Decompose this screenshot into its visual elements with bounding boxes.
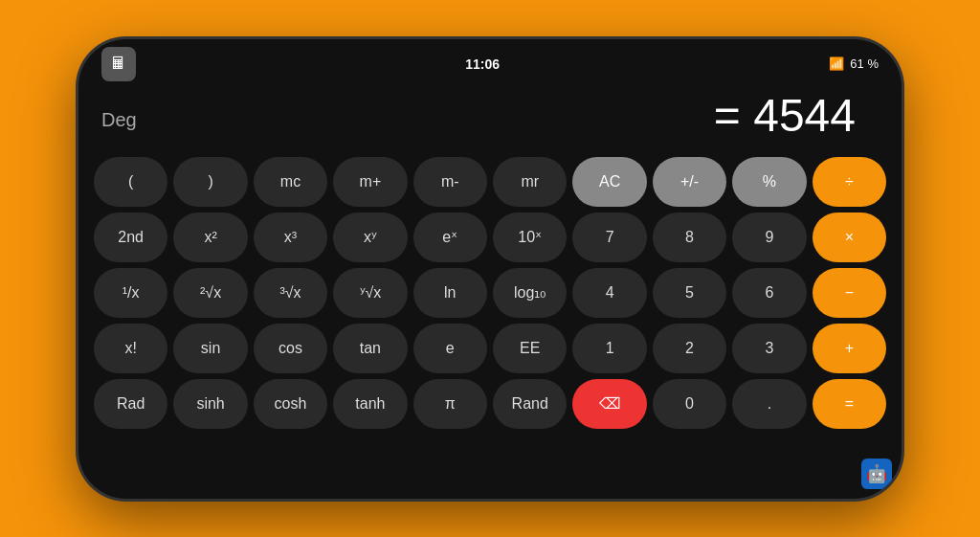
status-bar: 🖩 11:06 📶 61 %: [78, 39, 902, 85]
calc-btn-x-[interactable]: xʸ: [333, 213, 407, 262]
button-row-2: ¹/x²√x³√xʸ√xlnlog₁₀456−: [94, 268, 886, 318]
button-row-1: 2ndx²x³xʸeˣ10ˣ789×: [94, 213, 886, 262]
calc-btn--[interactable]: −: [813, 268, 886, 318]
calc-btn-x-[interactable]: x²: [173, 213, 247, 262]
calc-btn--[interactable]: =: [813, 379, 886, 429]
calc-btn---x[interactable]: ¹/x: [94, 268, 167, 318]
calc-btn---x[interactable]: ʸ√x: [333, 268, 407, 318]
calc-btn-mc[interactable]: mc: [254, 157, 327, 207]
result-display: = 4544: [691, 89, 879, 151]
corner-android-icon: 🤖: [861, 459, 892, 489]
battery-display: 61 %: [850, 56, 879, 71]
app-icon: 🖩: [101, 47, 136, 81]
calc-btn-sin[interactable]: sin: [173, 324, 247, 373]
calc-btn-cos[interactable]: cos: [254, 324, 327, 373]
calc-btn---x[interactable]: ³√x: [254, 268, 327, 318]
button-row-4: RadsinhcoshtanhπRand⌫0.=: [94, 379, 886, 429]
calc-btn--[interactable]: ⌫: [572, 379, 646, 429]
calc-btn-Rad[interactable]: Rad: [94, 379, 167, 429]
calc-btn-AC[interactable]: AC: [572, 157, 646, 207]
calc-btn-6[interactable]: 6: [732, 268, 806, 318]
status-right: 📶 61 %: [829, 56, 879, 71]
calc-btn-7[interactable]: 7: [572, 213, 646, 262]
time-display: 11:06: [465, 56, 500, 72]
wifi-icon: 📶: [829, 56, 844, 71]
calculator-body: ()mcm+m-mrAC+/-%÷2ndx²x³xʸeˣ10ˣ789×¹/x²√…: [78, 153, 902, 440]
calc-btn-sinh[interactable]: sinh: [173, 379, 247, 429]
calc-btn-Rand[interactable]: Rand: [493, 379, 567, 429]
calc-btn-10-[interactable]: 10ˣ: [493, 213, 567, 262]
button-row-0: ()mcm+m-mrAC+/-%÷: [94, 157, 886, 207]
calc-btn-e[interactable]: e: [413, 324, 487, 373]
calc-btn-e-[interactable]: eˣ: [413, 213, 487, 262]
button-row-3: x!sincostaneEE123+: [94, 324, 886, 373]
calc-btn-8[interactable]: 8: [653, 213, 726, 262]
calc-btn-3[interactable]: 3: [732, 324, 806, 373]
calc-btn-cosh[interactable]: cosh: [254, 379, 327, 429]
calc-btn-2nd[interactable]: 2nd: [94, 213, 167, 262]
mode-label: Deg: [101, 109, 137, 131]
calc-btn----[interactable]: +/-: [653, 157, 726, 207]
calc-btn-m-[interactable]: m+: [333, 157, 407, 207]
calc-btn-9[interactable]: 9: [732, 213, 806, 262]
calc-btn--[interactable]: ): [173, 157, 247, 207]
calc-btn-EE[interactable]: EE: [493, 324, 567, 373]
calc-btn-4[interactable]: 4: [572, 268, 646, 318]
button-grid: ()mcm+m-mrAC+/-%÷2ndx²x³xʸeˣ10ˣ789×¹/x²√…: [94, 157, 886, 429]
calc-btn-ln[interactable]: ln: [413, 268, 487, 318]
calc-btn-5[interactable]: 5: [653, 268, 726, 318]
calc-btn--[interactable]: ×: [813, 213, 886, 262]
calc-btn--[interactable]: %: [732, 157, 806, 207]
calc-btn-0[interactable]: 0: [653, 379, 726, 429]
calc-btn--[interactable]: .: [732, 379, 806, 429]
calc-btn-mr[interactable]: mr: [493, 157, 567, 207]
calc-btn-2[interactable]: 2: [653, 324, 726, 373]
calc-btn--[interactable]: +: [813, 324, 886, 373]
calc-btn-1[interactable]: 1: [572, 324, 646, 373]
calc-btn-log--[interactable]: log₁₀: [493, 268, 567, 318]
phone-frame: 🖩 11:06 📶 61 % Deg = 4544 ()mcm+m-mrAC+/…: [78, 39, 902, 499]
status-left: 🖩: [101, 47, 136, 81]
calc-btn-m-[interactable]: m-: [413, 157, 487, 207]
calc-btn-tanh[interactable]: tanh: [333, 379, 407, 429]
calc-btn---x[interactable]: ²√x: [173, 268, 247, 318]
calc-btn--[interactable]: π: [413, 379, 487, 429]
calc-btn-x-[interactable]: x³: [254, 213, 327, 262]
calc-btn-x-[interactable]: x!: [94, 324, 167, 373]
calc-btn--[interactable]: ÷: [813, 157, 886, 207]
calc-btn--[interactable]: (: [94, 157, 167, 207]
calc-header: Deg = 4544: [78, 85, 902, 153]
calc-btn-tan[interactable]: tan: [333, 324, 407, 373]
